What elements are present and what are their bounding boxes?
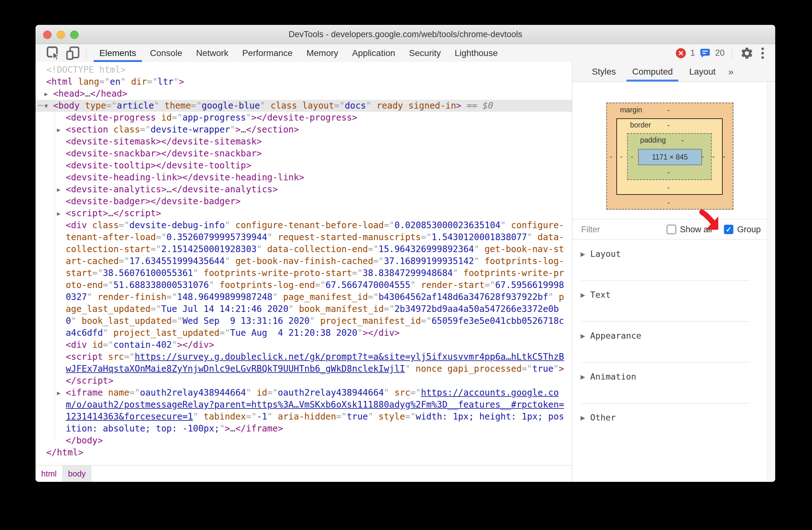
device-rects-icon <box>66 46 80 60</box>
dom-tree-node[interactable]: ▶<script>…</script> <box>35 207 572 219</box>
twisty-expanded-icon[interactable]: ▼ <box>44 100 48 112</box>
sidebar-more-tabs-icon[interactable]: » <box>724 66 738 77</box>
dom-tree-node[interactable]: <devsite-badger></devsite-badger> <box>35 195 572 207</box>
toolbar-separator <box>86 47 87 59</box>
sidebar-tab-styles[interactable]: Styles <box>584 62 624 82</box>
dom-tree-node[interactable]: <devsite-tooltip></devsite-tooltip> <box>35 159 572 171</box>
toolbar-tab-memory[interactable]: Memory <box>300 44 345 62</box>
padding-right-value[interactable]: - <box>698 152 708 161</box>
computed-section-other[interactable]: ▶Other <box>572 404 767 444</box>
filter-input[interactable]: Filter <box>581 225 600 235</box>
dom-tree-node[interactable]: ▶<iframe name="oauth2relay438944664" id=… <box>35 387 572 435</box>
breadcrumb-item-html[interactable]: html <box>35 465 62 482</box>
box-model-content[interactable]: 1171 × 845 <box>638 149 702 165</box>
chevron-right-icon[interactable]: ▶ <box>581 290 585 301</box>
dom-tree-node[interactable]: ▶<head>…</head> <box>35 88 572 100</box>
error-icon[interactable] <box>676 48 686 58</box>
twisty-collapsed-icon[interactable]: ▶ <box>57 387 60 399</box>
border-bottom-value[interactable]: - <box>664 183 673 192</box>
group-checkbox-group[interactable]: ✓ Group <box>724 225 761 235</box>
margin-left-value[interactable]: - <box>606 152 616 161</box>
twisty-collapsed-icon[interactable]: ▶ <box>57 207 60 219</box>
dom-tree-node[interactable]: ▶<devsite-analytics>…</devsite-analytics… <box>35 183 572 195</box>
inspect-cursor-icon <box>46 46 61 60</box>
bubble-glyph <box>699 47 711 59</box>
chevron-right-icon[interactable]: ▶ <box>581 331 585 342</box>
dom-tree-node[interactable]: <script src="https://survey.g.doubleclic… <box>35 351 572 375</box>
node-options-dots-icon[interactable]: ⋯ <box>38 100 42 111</box>
toolbar-tab-application[interactable]: Application <box>345 44 402 62</box>
twisty-collapsed-icon[interactable]: ▶ <box>57 124 60 136</box>
breadcrumb-item-body[interactable]: body <box>62 465 91 482</box>
computed-section-appearance[interactable]: ▶Appearance <box>572 322 767 362</box>
computed-section-text[interactable]: ▶Text <box>572 281 767 321</box>
twisty-collapsed-icon[interactable]: ▶ <box>44 88 48 100</box>
device-toolbar-icon[interactable] <box>66 46 80 60</box>
computed-section-label: Layout <box>590 249 621 259</box>
elements-panel: <!DOCTYPE html><html lang="en" dir="ltr"… <box>35 62 572 482</box>
computed-section-label: Text <box>590 290 611 300</box>
border-top-value[interactable]: - <box>664 121 673 129</box>
chevron-right-icon[interactable]: ▶ <box>581 249 585 260</box>
sidebar-tabs: StylesComputedLayout» <box>572 62 775 82</box>
close-window-button[interactable] <box>43 30 52 39</box>
filter-row: Filter Show all ✓ Group <box>572 219 767 240</box>
dom-tree-node[interactable]: <html lang="en" dir="ltr"> <box>35 76 572 88</box>
border-left-value[interactable]: - <box>617 152 626 161</box>
dom-tree[interactable]: <!DOCTYPE html><html lang="en" dir="ltr"… <box>35 62 572 465</box>
devtools-window: DevTools - developers.google.com/web/too… <box>35 25 775 482</box>
toolbar-tab-performance[interactable]: Performance <box>235 44 300 62</box>
dom-tree-node[interactable]: <devsite-sitemask></devsite-sitemask> <box>35 136 572 148</box>
toolbar-tab-elements[interactable]: Elements <box>92 44 143 62</box>
toolbar-right-cluster: 1 20 <box>676 46 767 60</box>
box-model-diagram: 1171 × 845 margin border padding - - - -… <box>606 102 734 210</box>
sidebar-tab-layout[interactable]: Layout <box>681 62 724 82</box>
toolbar-tab-console[interactable]: Console <box>143 44 189 62</box>
inspect-element-icon[interactable] <box>46 46 61 60</box>
dom-tree-node[interactable]: <devsite-heading-link></devsite-heading-… <box>35 171 572 183</box>
dom-tree-node[interactable]: <devsite-progress id="app-progress"></de… <box>35 112 572 124</box>
dom-tree-node[interactable]: <div id="contain-402"></div> <box>35 339 572 351</box>
dom-tree-node[interactable]: ▶<section class="devsite-wrapper">…</sec… <box>35 124 572 136</box>
dom-tree-node[interactable]: </body> <box>35 435 572 447</box>
error-count[interactable]: 1 <box>690 48 695 58</box>
margin-bottom-value[interactable]: - <box>664 198 673 207</box>
dom-tree-node[interactable]: <div class="devsite-debug-info" configur… <box>35 219 572 339</box>
dom-tree-node[interactable]: <!DOCTYPE html> <box>35 64 572 76</box>
computed-section-layout[interactable]: ▶Layout <box>572 240 767 280</box>
border-label: border <box>630 121 651 129</box>
dom-tree-node[interactable]: ▼⋯<body type="article" theme="google-blu… <box>35 100 572 112</box>
group-label: Group <box>737 225 761 235</box>
error-x-glyph <box>678 50 684 56</box>
padding-bottom-value[interactable]: - <box>664 168 673 177</box>
margin-right-value[interactable]: - <box>720 152 729 161</box>
zoom-window-button[interactable] <box>70 30 78 39</box>
toolbar-tab-lighthouse[interactable]: Lighthouse <box>448 44 505 62</box>
more-options-kebab-icon[interactable] <box>758 47 767 59</box>
settings-gear-icon[interactable] <box>740 46 754 60</box>
chevron-right-icon[interactable]: ▶ <box>581 372 585 383</box>
dom-tree-node[interactable]: <devsite-snackbar></devsite-snackbar> <box>35 148 572 159</box>
dom-tree-node[interactable]: </html> <box>35 447 572 459</box>
margin-label: margin <box>620 106 642 114</box>
twisty-collapsed-icon[interactable]: ▶ <box>57 183 60 195</box>
padding-top-value[interactable]: - <box>678 136 687 144</box>
computed-section-animation[interactable]: ▶Animation <box>572 363 767 403</box>
sidebar-scrollbar[interactable] <box>767 82 775 482</box>
padding-left-value[interactable]: - <box>627 152 637 161</box>
minimize-window-button[interactable] <box>57 30 65 39</box>
border-right-value[interactable]: - <box>709 152 718 161</box>
show-all-checkbox[interactable] <box>667 225 676 234</box>
padding-label: padding <box>640 136 666 144</box>
chevron-right-icon[interactable]: ▶ <box>581 412 585 423</box>
margin-top-value[interactable]: - <box>664 106 673 114</box>
computed-sections: ▶Layout▶Text▶Appearance▶Animation▶Other <box>572 240 767 444</box>
message-bubble-icon[interactable] <box>699 47 711 59</box>
warning-count[interactable]: 20 <box>715 48 725 58</box>
computed-section-label: Appearance <box>590 331 641 341</box>
sidebar-tab-computed[interactable]: Computed <box>624 62 681 82</box>
toolbar-tab-network[interactable]: Network <box>189 44 235 62</box>
toolbar-tab-security[interactable]: Security <box>402 44 448 62</box>
dom-tree-node[interactable]: </script> <box>35 375 572 387</box>
red-annotation-arrow <box>697 208 726 238</box>
